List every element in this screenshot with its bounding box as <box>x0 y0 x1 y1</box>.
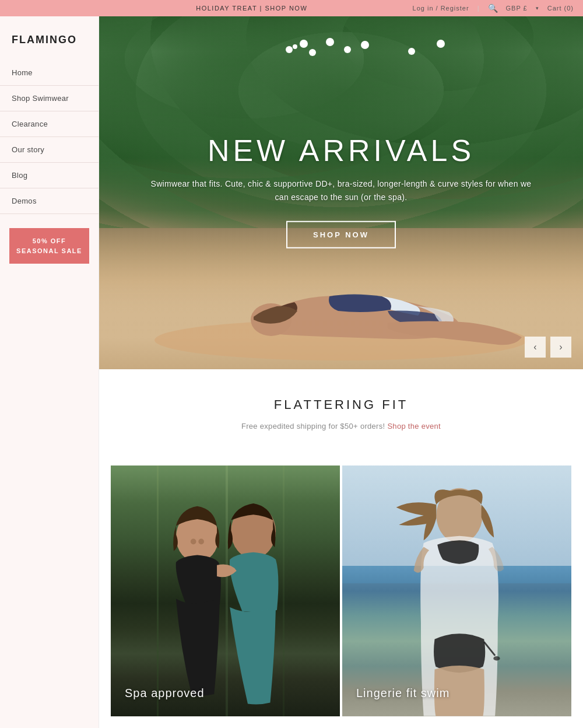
sidebar-link-demos[interactable]: Demos <box>0 188 99 214</box>
svg-point-5 <box>198 538 204 544</box>
flattering-section: FLATTERING FIT Free expedited shipping f… <box>99 369 583 452</box>
flattering-subtitle: Free expedited shipping for $50+ orders!… <box>111 422 571 430</box>
sidebar-item-our-story[interactable]: Our story <box>0 137 99 163</box>
hero-subtitle: Swimwear that fits. Cute, chic & support… <box>147 177 535 205</box>
divider: | <box>477 5 480 12</box>
carousel-arrows: ‹ › <box>525 337 571 358</box>
spa-people-svg <box>111 503 340 717</box>
hero-content: NEW ARRIVALS Swimwear that fits. Cute, c… <box>147 132 535 249</box>
product-label-spa: Spa approved <box>125 687 205 700</box>
main-content: NEW ARRIVALS Swimwear that fits. Cute, c… <box>99 16 583 728</box>
flattering-subtitle-text: Free expedited shipping for $50+ orders! <box>241 422 385 430</box>
hero-title: NEW ARRIVALS <box>147 132 535 167</box>
shop-now-button[interactable]: SHOP NOW <box>286 221 396 249</box>
carousel-prev-button[interactable]: ‹ <box>525 337 546 358</box>
announcement-bar: HOLIDAY TREAT | SHOP NOW Log in / Regist… <box>0 0 583 16</box>
product-grid: Spa approved <box>99 452 583 716</box>
logo[interactable]: FLAMINGO <box>0 28 99 60</box>
product-card-lingerie[interactable]: Lingerie fit swim <box>342 466 571 716</box>
hero-section: NEW ARRIVALS Swimwear that fits. Cute, c… <box>99 16 583 369</box>
main-layout: FLAMINGO Home Shop Swimwear Clearance Ou… <box>0 16 583 728</box>
sale-button[interactable]: 50% OFF SEASONAL SALE <box>9 228 89 264</box>
sidebar-link-home[interactable]: Home <box>0 60 99 85</box>
sidebar-item-home[interactable]: Home <box>0 60 99 86</box>
currency-selector[interactable]: GBP £ <box>506 5 528 12</box>
carousel-next-button[interactable]: › <box>550 337 571 358</box>
search-button[interactable]: 🔍 <box>488 4 498 13</box>
sidebar-link-our-story[interactable]: Our story <box>0 137 99 162</box>
sidebar: FLAMINGO Home Shop Swimwear Clearance Ou… <box>0 16 99 728</box>
cart-link[interactable]: Cart (0) <box>547 5 574 12</box>
product-card-spa[interactable]: Spa approved <box>111 466 340 716</box>
shop-event-link[interactable]: Shop the event <box>387 422 441 430</box>
flower-dots <box>293 44 297 49</box>
chevron-left-icon: ‹ <box>533 342 536 352</box>
header-right-nav: Log in / Register | 🔍 GBP £ ▾ Cart (0) <box>413 4 574 13</box>
svg-point-8 <box>494 656 500 661</box>
sidebar-item-demos[interactable]: Demos <box>0 188 99 214</box>
sidebar-item-shop-swimwear[interactable]: Shop Swimwear <box>0 86 99 111</box>
login-link[interactable]: Log in / Register <box>413 5 469 12</box>
spa-card-bg <box>111 466 340 716</box>
svg-point-4 <box>191 538 196 544</box>
chevron-right-icon: › <box>559 342 562 352</box>
product-label-lingerie: Lingerie fit swim <box>356 687 449 700</box>
flattering-title: FLATTERING FIT <box>111 397 571 412</box>
sidebar-nav: Home Shop Swimwear Clearance Our story B… <box>0 60 99 214</box>
announcement-text[interactable]: HOLIDAY TREAT | SHOP NOW <box>91 5 413 12</box>
sidebar-link-blog[interactable]: Blog <box>0 163 99 188</box>
sidebar-link-shop-swimwear[interactable]: Shop Swimwear <box>0 86 99 111</box>
sidebar-item-clearance[interactable]: Clearance <box>0 111 99 137</box>
sidebar-item-blog[interactable]: Blog <box>0 163 99 188</box>
sidebar-link-clearance[interactable]: Clearance <box>0 111 99 136</box>
currency-arrow-icon[interactable]: ▾ <box>536 5 539 11</box>
lingerie-person-svg <box>365 485 548 716</box>
